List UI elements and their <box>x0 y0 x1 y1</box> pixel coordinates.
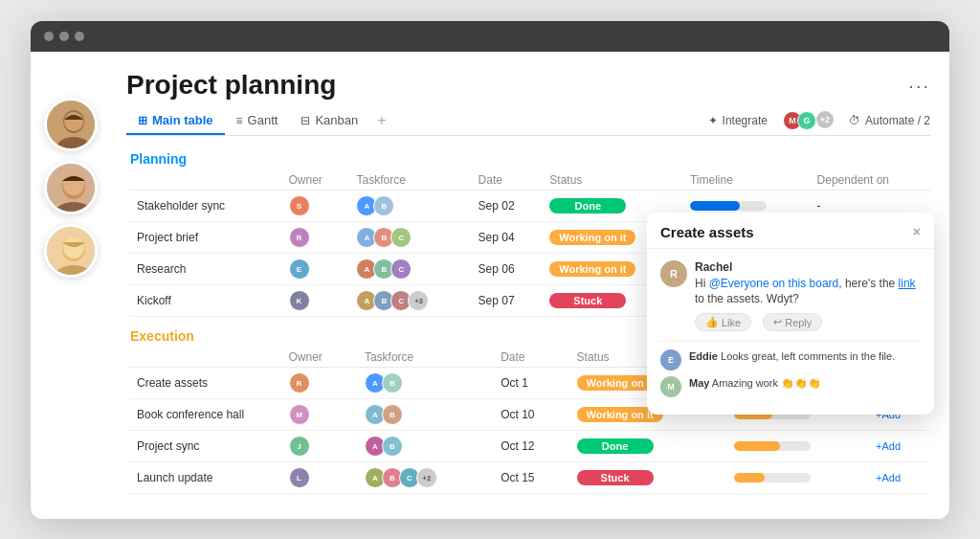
col-date: Date <box>493 348 568 368</box>
row-name: Launch update <box>128 462 281 494</box>
svg-point-11 <box>63 237 84 258</box>
row-date: Sep 02 <box>471 191 543 222</box>
reply-button[interactable]: ↩ Reply <box>763 313 822 331</box>
page-header: Project planning ··· <box>126 69 930 101</box>
row-taskforce: A B C <box>348 254 470 285</box>
row-date: Sep 06 <box>471 254 543 285</box>
reply-author-may: May <box>689 377 709 389</box>
create-assets-popup: Create assets × R Rachel Hi @Everyone on… <box>647 213 934 415</box>
row-date: Oct 15 <box>493 462 568 494</box>
avatar-2[interactable] <box>44 161 98 214</box>
add-tab-button[interactable]: + <box>369 106 393 135</box>
taskforce-avatar-more: +2 <box>416 467 437 488</box>
comment-block: R Rachel Hi @Everyone on this board, her… <box>660 260 921 332</box>
add-link[interactable]: +Add <box>876 440 901 452</box>
title-bar-dot-3 <box>75 32 84 41</box>
integrate-icon: ✦ <box>708 114 718 127</box>
status-badge: Working on it <box>549 230 635 245</box>
automate-button[interactable]: ⏱ Automate / 2 <box>849 114 930 127</box>
avatar-1[interactable] <box>44 98 98 151</box>
taskforce-avatar-more: +3 <box>408 290 429 311</box>
like-icon: 👍 <box>705 316 719 328</box>
row-taskforce: A B <box>357 431 493 462</box>
row-taskforce: A B <box>357 368 493 399</box>
row-owner: R <box>281 222 349 254</box>
more-options-button[interactable]: ··· <box>908 75 930 97</box>
table-row[interactable]: Project sync J A B Oct 12 <box>128 431 931 462</box>
row-owner: S <box>281 191 349 222</box>
col-name <box>128 170 281 191</box>
title-bar-dot-1 <box>44 32 54 41</box>
tabs-right-actions: ✦ Integrate M G +2 ⏱ Automate / 2 <box>708 111 930 130</box>
row-owner: E <box>281 254 349 285</box>
owner-avatar: R <box>289 372 310 393</box>
tab-main-table[interactable]: ⊞ Main table <box>126 107 225 135</box>
reply-avatar-may: M <box>660 376 681 397</box>
timeline-bar-wrap <box>734 441 811 451</box>
gantt-icon: ≡ <box>236 114 243 127</box>
owner-avatar: L <box>289 467 310 488</box>
taskforce-avatar: B <box>382 436 403 457</box>
popup-header: Create assets × <box>647 213 934 249</box>
tab-gantt[interactable]: ≡ Gantt <box>225 107 290 135</box>
row-name: Research <box>128 254 281 285</box>
owner-avatar: M <box>289 404 310 425</box>
row-date: Oct 10 <box>493 399 568 431</box>
col-owner: Owner <box>281 348 357 368</box>
integrate-button[interactable]: ✦ Integrate <box>708 114 768 127</box>
timeline-bar-wrap <box>734 473 811 483</box>
popup-close-button[interactable]: × <box>913 224 921 239</box>
status-badge: Done <box>549 198 626 213</box>
row-taskforce: A B <box>357 399 493 431</box>
comment-actions: 👍 Like ↩ Reply <box>695 313 921 331</box>
taskforce-avatar: B <box>382 372 403 393</box>
mention-tag: @Everyone on this board <box>709 277 839 290</box>
taskforce-avatar: B <box>382 404 403 425</box>
reply-label: Reply <box>785 317 812 328</box>
row-name: Project brief <box>128 222 281 254</box>
row-add: +Add <box>868 462 930 494</box>
avatar-3[interactable] <box>44 224 98 278</box>
header-avatar-count: +2 <box>816 111 834 128</box>
row-status: Stuck <box>569 462 726 494</box>
timeline-bar <box>734 473 765 483</box>
taskforce-avatar: C <box>390 258 412 280</box>
popup-title: Create assets <box>660 224 754 240</box>
comment-link[interactable]: link <box>899 277 916 290</box>
kanban-icon: ⊟ <box>301 114 310 127</box>
col-status: Status <box>542 170 682 191</box>
row-status: Done <box>569 431 726 462</box>
comment-text: Hi @Everyone on this board, here's the l… <box>695 276 921 308</box>
row-timeline <box>726 462 868 494</box>
reply-icon: ↩ <box>773 316 782 328</box>
tab-kanban[interactable]: ⊟ Kanban <box>289 107 369 135</box>
row-taskforce: A B C <box>348 222 470 254</box>
row-name: Book conference hall <box>128 399 281 431</box>
timeline-bar <box>734 441 780 451</box>
title-bar <box>31 21 949 52</box>
add-link[interactable]: +Add <box>876 472 901 483</box>
taskforce-avatar: B <box>373 195 394 216</box>
tab-gantt-label: Gantt <box>248 113 278 127</box>
status-badge: Stuck <box>577 470 654 485</box>
reply-avatar-eddie: E <box>660 349 681 371</box>
row-owner: J <box>281 431 357 462</box>
table-icon: ⊞ <box>138 114 147 127</box>
row-taskforce: A B C +2 <box>357 462 493 494</box>
col-taskforce: Taskforce <box>357 348 493 368</box>
col-owner: Owner <box>281 170 349 191</box>
like-label: Like <box>722 317 741 328</box>
popup-body: R Rachel Hi @Everyone on this board, her… <box>647 249 934 415</box>
row-date: Sep 04 <box>471 222 543 254</box>
reply-block-may: M May Amazing work 👏👏👏 <box>660 376 921 397</box>
table-row[interactable]: Launch update L A B C +2 <box>128 462 931 494</box>
row-add: +Add <box>868 431 930 462</box>
reply-author-eddie: Eddie <box>689 350 718 362</box>
reply-text-eddie: Eddie Looks great, left comments in the … <box>689 349 895 371</box>
status-badge: Working on it <box>549 261 635 277</box>
tabs-row: ⊞ Main table ≡ Gantt ⊟ Kanban + ✦ Integr… <box>126 106 930 136</box>
row-owner: K <box>281 285 349 317</box>
row-name: Stakeholder sync <box>128 191 281 222</box>
like-button[interactable]: 👍 Like <box>695 313 751 331</box>
row-date: Oct 12 <box>493 431 568 462</box>
